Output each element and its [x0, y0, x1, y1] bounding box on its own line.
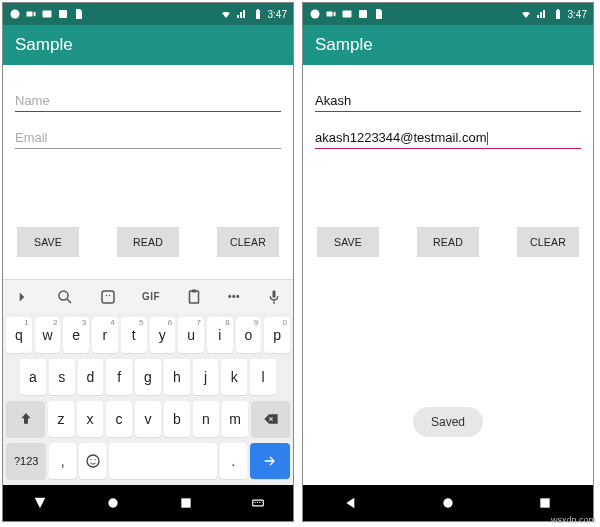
svg-point-0 [11, 10, 20, 19]
key-r[interactable]: 4r [92, 317, 118, 353]
svg-point-6 [59, 291, 68, 300]
key-v[interactable]: v [135, 401, 161, 437]
svg-rect-26 [556, 10, 560, 19]
svg-point-15 [94, 459, 95, 460]
save-button[interactable]: SAVE [317, 227, 379, 257]
svg-rect-29 [540, 498, 549, 507]
email-field-wrap: akash1223344@testmail.com [315, 126, 581, 149]
key-t[interactable]: 5t [121, 317, 147, 353]
more-dots[interactable]: ••• [228, 291, 240, 302]
status-left-icons [309, 8, 385, 20]
key-a[interactable]: a [20, 359, 46, 395]
key-emoji[interactable] [79, 443, 106, 479]
svg-rect-2 [43, 11, 52, 18]
svg-rect-12 [273, 290, 276, 298]
mail-icon [41, 8, 53, 20]
svg-point-13 [87, 455, 99, 467]
key-row-4: ?123 , . [6, 443, 290, 479]
nav-back-icon[interactable] [32, 495, 48, 511]
status-left-icons [9, 8, 85, 20]
svg-rect-19 [254, 502, 255, 503]
app-bar: Sample [3, 25, 293, 65]
save-button[interactable]: SAVE [17, 227, 79, 257]
read-button[interactable]: READ [417, 227, 479, 257]
key-z[interactable]: z [48, 401, 74, 437]
search-icon[interactable] [56, 288, 74, 306]
app-icon [357, 8, 369, 20]
phone-right: 3:47 Sample Akash akash1223344@testmail.… [302, 2, 594, 522]
key-b[interactable]: b [164, 401, 190, 437]
key-space[interactable] [109, 443, 217, 479]
key-h[interactable]: h [164, 359, 190, 395]
read-button[interactable]: READ [117, 227, 179, 257]
main-content: Name Email SAVE READ CLEAR [3, 65, 293, 279]
clear-button[interactable]: CLEAR [217, 227, 279, 257]
key-n[interactable]: n [193, 401, 219, 437]
sticker-icon[interactable] [99, 288, 117, 306]
clock: 3:47 [568, 9, 587, 20]
doc-icon [73, 8, 85, 20]
name-placeholder: Name [15, 93, 50, 108]
key-w[interactable]: 2w [35, 317, 61, 353]
key-m[interactable]: m [222, 401, 248, 437]
key-p[interactable]: 0p [264, 317, 290, 353]
gif-button[interactable]: GIF [142, 291, 160, 302]
clipboard-icon[interactable] [185, 288, 203, 306]
svg-rect-27 [557, 9, 559, 10]
name-input[interactable]: Name [15, 89, 281, 112]
mic-icon[interactable] [265, 288, 283, 306]
wifi-icon [220, 8, 232, 20]
email-placeholder: Email [15, 130, 48, 145]
signal-icon [236, 8, 248, 20]
key-g[interactable]: g [135, 359, 161, 395]
email-input[interactable]: Email [15, 126, 281, 149]
clear-button[interactable]: CLEAR [517, 227, 579, 257]
key-l[interactable]: l [250, 359, 276, 395]
wifi-icon [520, 8, 532, 20]
nav-back-icon[interactable] [343, 495, 359, 511]
svg-rect-20 [256, 502, 257, 503]
name-input[interactable]: Akash [315, 89, 581, 112]
status-right-icons: 3:47 [220, 8, 287, 20]
status-bar: 3:47 [3, 3, 293, 25]
key-j[interactable]: j [193, 359, 219, 395]
key-x[interactable]: x [77, 401, 103, 437]
nav-recent-icon[interactable] [537, 495, 553, 511]
status-right-icons: 3:47 [520, 8, 587, 20]
key-k[interactable]: k [221, 359, 247, 395]
key-u[interactable]: 7u [178, 317, 204, 353]
key-comma[interactable]: , [49, 443, 76, 479]
key-d[interactable]: d [78, 359, 104, 395]
keyboard-suggestion-bar: GIF ••• [3, 279, 293, 313]
key-shift[interactable] [6, 401, 45, 437]
svg-rect-10 [190, 291, 199, 303]
chevron-right-icon[interactable] [13, 288, 31, 306]
key-i[interactable]: 8i [207, 317, 233, 353]
key-row-1: 1q 2w 3e 4r 5t 6y 7u 8i 9o 0p [6, 317, 290, 353]
email-input[interactable]: akash1223344@testmail.com [315, 126, 581, 149]
nav-home-icon[interactable] [440, 495, 456, 511]
doc-icon [373, 8, 385, 20]
key-backspace[interactable] [251, 401, 290, 437]
svg-rect-3 [59, 10, 67, 18]
nav-recent-icon[interactable] [178, 495, 194, 511]
svg-rect-1 [27, 12, 33, 17]
clock: 3:47 [268, 9, 287, 20]
key-enter[interactable] [250, 443, 290, 479]
key-s[interactable]: s [49, 359, 75, 395]
nav-home-icon[interactable] [105, 495, 121, 511]
app-title: Sample [315, 35, 373, 55]
svg-point-16 [108, 498, 117, 507]
key-row-3: z x c v b n m [6, 401, 290, 437]
key-symbols[interactable]: ?123 [6, 443, 46, 479]
key-o[interactable]: 9o [236, 317, 262, 353]
key-y[interactable]: 6y [150, 317, 176, 353]
button-row: SAVE READ CLEAR [315, 227, 581, 257]
key-period[interactable]: . [220, 443, 247, 479]
key-e[interactable]: 3e [63, 317, 89, 353]
key-f[interactable]: f [106, 359, 132, 395]
key-c[interactable]: c [106, 401, 132, 437]
circle-icon [309, 8, 321, 20]
keyboard-toggle-icon[interactable] [251, 496, 265, 510]
key-q[interactable]: 1q [6, 317, 32, 353]
